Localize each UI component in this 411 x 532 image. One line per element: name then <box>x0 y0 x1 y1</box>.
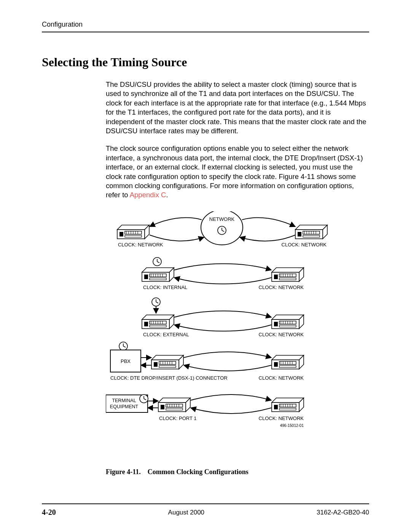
row2-right-label: CLOCK: NETWORK <box>259 284 304 290</box>
row-4: PBX CLOCK: DTE DROP/INSERT (DSX-1) CONNE… <box>110 342 304 381</box>
document-page: Configuration Selecting the Timing Sourc… <box>0 0 411 532</box>
row-3: CLOCK: EXTERNAL CLOCK: NETWORK <box>142 298 304 337</box>
appendix-link[interactable]: Appendix C <box>130 191 166 199</box>
row1-right-label: CLOCK: NETWORK <box>282 242 327 248</box>
row4-left-label: CLOCK: DTE DROP/INSERT (DSX-1) CONNECTOR <box>110 375 228 381</box>
footer-page-number: 4-20 <box>42 508 56 517</box>
paragraph-2-b: . <box>166 191 168 199</box>
drawing-id: 496-15012-01 <box>280 423 304 428</box>
network-label: NETWORK <box>209 216 235 222</box>
row3-right-label: CLOCK: NETWORK <box>259 332 304 337</box>
footer-doc-id: 3162-A2-GB20-40 <box>317 509 369 516</box>
page-header: Configuration <box>42 21 369 32</box>
row1-left-label: CLOCK: NETWORK <box>118 242 163 248</box>
footer-date: August 2000 <box>168 509 204 516</box>
figure-caption: Figure 4-11. Common Clocking Configurati… <box>106 468 369 476</box>
paragraph-1: The DSU/CSU provides the ability to sele… <box>106 80 369 136</box>
pbx-label: PBX <box>121 358 131 364</box>
row2-left-label: CLOCK: INTERNAL <box>143 284 187 290</box>
row4-right-label: CLOCK: NETWORK <box>259 375 304 381</box>
body-text-block: The DSU/CSU provides the ability to sele… <box>106 80 369 200</box>
header-section: Configuration <box>42 21 83 29</box>
row-5: TERMINAL EQUIPMENT CLOCK: PORT 1 CLOCK: … <box>106 395 304 428</box>
row5-left-label: CLOCK: PORT 1 <box>159 415 197 421</box>
section-title: Selecting the Timing Source <box>42 55 369 69</box>
row3-left-label: CLOCK: EXTERNAL <box>143 332 189 337</box>
row-1: NETWORK CLOCK: NETWORK CLOCK: NETWORK <box>117 211 327 248</box>
terminal-label-2: EQUIPMENT <box>110 404 139 409</box>
terminal-label-1: TERMINAL <box>112 398 136 403</box>
row5-right-label: CLOCK: NETWORK <box>259 415 304 421</box>
figure-diagram: NETWORK CLOCK: NETWORK CLOCK: NETWORK CL… <box>106 211 369 457</box>
page-footer: 4-20 August 2000 3162-A2-GB20-40 <box>42 503 369 517</box>
row-2: CLOCK: INTERNAL CLOCK: NETWORK <box>142 257 304 290</box>
paragraph-2: The clock source configuration options e… <box>106 144 369 200</box>
